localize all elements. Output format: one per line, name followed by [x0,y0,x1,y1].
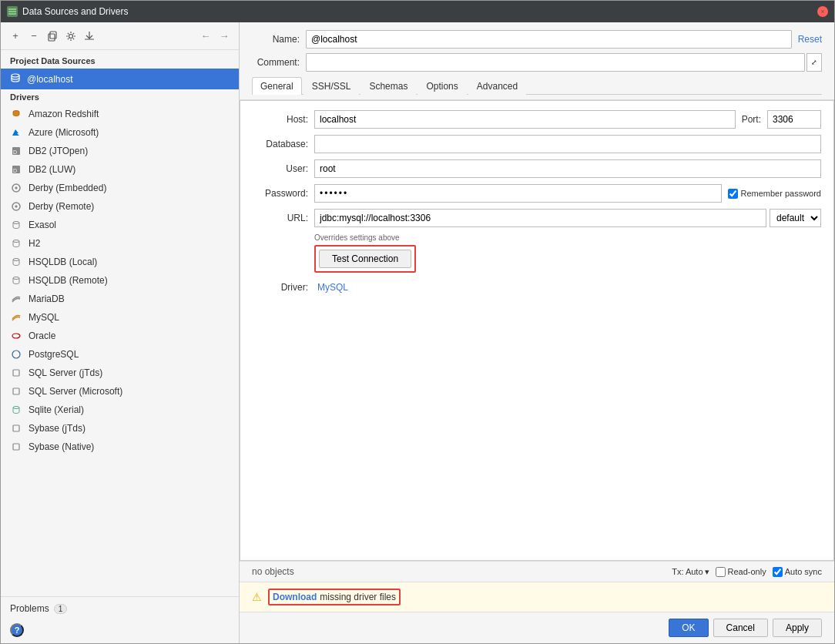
tx-auto-select[interactable]: Tx: Auto ▾ [672,567,709,577]
project-data-sources-header: Project Data Sources [1,50,239,69]
download-bar: ⚠ Download missing driver files [240,582,834,612]
remember-password-checkbox[interactable] [728,189,738,199]
svg-point-18 [12,334,20,338]
comment-row: Comment: ⤢ [252,53,822,72]
warning-icon: ⚠ [252,591,262,603]
svg-point-6 [12,74,19,77]
list-item[interactable]: PostgreSQL [1,345,239,364]
mariadb-icon [10,293,22,305]
reset-link[interactable]: Reset [798,34,822,45]
password-input[interactable] [314,184,722,203]
port-input[interactable] [767,110,821,129]
close-button[interactable]: × [817,6,828,17]
list-item[interactable]: MySQL [1,308,239,327]
driver-row: Driver: MySQL [253,282,821,293]
list-item[interactable]: D DB2 (JTOpen) [1,142,239,160]
sybase-native-icon [10,441,22,453]
tab-options[interactable]: Options [417,77,466,95]
driver-name: H2 [29,238,40,249]
list-item[interactable]: Derby (Embedded) [1,179,239,197]
autosync-checkbox[interactable] [773,567,783,577]
list-item[interactable]: Amazon Redshift [1,105,239,123]
list-item[interactable]: Sqlite (Xerial) [1,401,239,419]
main-window: Data Sources and Drivers × + − [0,0,835,644]
list-item[interactable]: Sybase (jTds) [1,419,239,438]
tab-advanced[interactable]: Advanced [468,77,526,95]
import-button[interactable] [81,28,98,45]
cancel-button[interactable]: Cancel [713,619,768,637]
list-item[interactable]: HSQLDB (Local) [1,253,239,271]
list-item[interactable]: SQL Server (Microsoft) [1,382,239,401]
password-row: Password: Remember password [253,184,821,203]
sqlserver-jtds-icon [10,367,22,379]
db2-luw-icon: D [10,163,22,176]
datasource-localhost[interactable]: @localhost [1,69,239,89]
db2-jtopen-icon: D [10,145,22,157]
apply-button[interactable]: Apply [773,619,822,637]
test-connection-wrapper: Test Connection [314,245,416,273]
driver-name: Sqlite (Xerial) [29,404,84,415]
oracle-icon [10,330,22,342]
list-item[interactable]: Exasol [1,216,239,234]
name-label: Name: [252,34,306,45]
drivers-label: Drivers [1,89,239,105]
list-item[interactable]: D DB2 (LUW) [1,160,239,179]
tab-schemas[interactable]: Schemas [360,77,416,95]
list-item[interactable]: Oracle [1,327,239,345]
url-row: URL: default [253,209,821,227]
driver-name: HSQLDB (Remote) [29,275,108,286]
left-toolbar: + − ← → [1,22,239,50]
bottom-right-controls: Tx: Auto ▾ Read-only Auto sync [672,567,822,577]
datasource-icon [10,72,21,86]
list-item[interactable]: Sybase (Native) [1,438,239,456]
user-input[interactable] [314,159,821,178]
driver-name: Sybase (Native) [29,441,94,452]
svg-point-15 [13,240,19,243]
driver-label: Driver: [253,282,314,293]
svg-rect-3 [49,34,55,41]
expand-comment-button[interactable]: ⤢ [806,53,822,72]
list-item[interactable]: SQL Server (jTds) [1,364,239,382]
host-input[interactable] [314,110,736,129]
database-input[interactable] [314,135,821,153]
settings-button[interactable] [62,28,79,45]
svg-rect-1 [8,11,16,12]
back-button[interactable]: ← [197,28,214,45]
url-type-select[interactable]: default [770,209,821,227]
remove-button[interactable]: − [25,28,42,45]
list-item[interactable]: Derby (Remote) [1,197,239,216]
mysql-icon [10,311,22,324]
comment-input[interactable] [306,53,805,72]
driver-name: SQL Server (jTds) [29,367,102,378]
right-panel: Name: Reset Comment: ⤢ General SSH/SSL S… [240,22,834,643]
help-button[interactable]: ? [10,623,24,637]
driver-name: Amazon Redshift [29,109,99,119]
drivers-section: Drivers Amazon Redshift Azure (Microsoft… [1,89,239,596]
list-item[interactable]: HSQLDB (Remote) [1,271,239,290]
svg-point-22 [13,407,19,409]
forward-button[interactable]: → [216,28,233,45]
svg-rect-20 [13,370,19,376]
comment-label: Comment: [252,57,306,68]
test-connection-button[interactable]: Test Connection [319,250,411,268]
problems-badge: 1 [54,604,68,614]
list-item[interactable]: MariaDB [1,290,239,308]
problems-bar: Problems 1 [1,596,239,620]
ok-button[interactable]: OK [669,619,708,637]
azure-icon [10,126,22,139]
readonly-checkbox[interactable] [716,567,726,577]
tab-sshssl[interactable]: SSH/SSL [303,77,360,95]
tab-bar: General SSH/SSL Schemas Options Advanced [252,76,822,95]
name-input[interactable] [306,30,792,49]
url-input[interactable] [314,209,766,227]
dialog-buttons: OK Cancel Apply [240,612,834,643]
download-link[interactable]: Download [273,592,317,602]
list-item[interactable]: H2 [1,234,239,253]
tab-general[interactable]: General [252,77,302,95]
list-item[interactable]: Azure (Microsoft) [1,123,239,142]
datasource-name: @localhost [27,74,73,85]
copy-button[interactable] [44,28,61,45]
driver-name: MySQL [29,312,59,323]
add-button[interactable]: + [7,28,24,45]
driver-link[interactable]: MySQL [317,282,348,293]
